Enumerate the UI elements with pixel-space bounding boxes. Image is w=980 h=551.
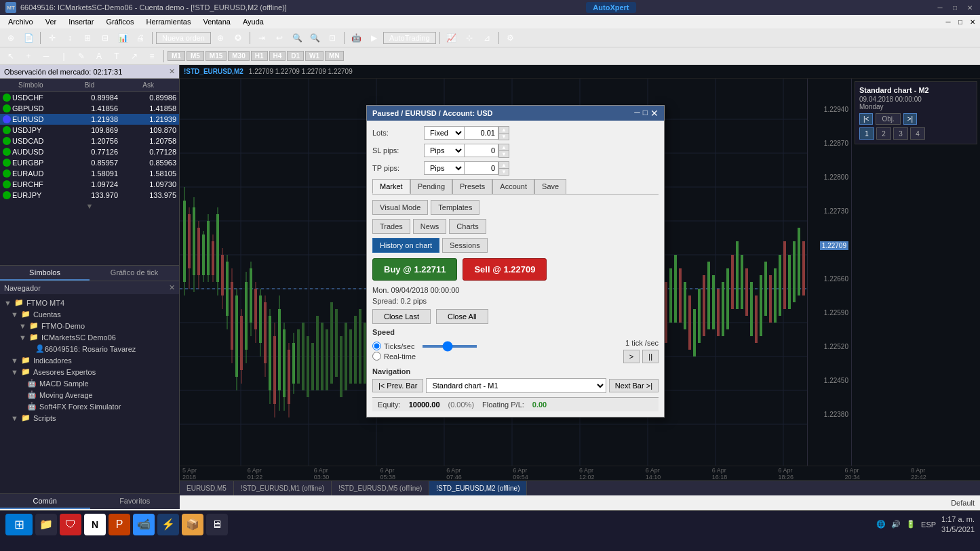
tab-comun[interactable]: Común: [0, 494, 90, 495]
extra-btn[interactable]: ⚙: [503, 30, 519, 45]
pen-btn[interactable]: ✎: [73, 49, 90, 64]
list-item[interactable]: USDCHF 0.89984 0.89986: [0, 92, 179, 103]
list-item[interactable]: EURJPY 133.970 133.975: [0, 190, 179, 201]
start-button[interactable]: ⊞: [5, 514, 33, 535]
cursor-btn[interactable]: ↖: [3, 49, 19, 64]
visual-mode-button[interactable]: Visual Mode: [372, 200, 428, 215]
prev-bar-button[interactable]: |< Prev. Bar: [372, 379, 423, 392]
list-item[interactable]: USDJPY 109.869 109.870: [0, 125, 179, 136]
taskbar-powerpoint[interactable]: P: [109, 514, 130, 535]
tp-dropdown[interactable]: Pips: [424, 161, 465, 175]
templates-button[interactable]: Templates: [431, 200, 479, 215]
zoom-out-btn[interactable]: ⊟: [97, 30, 113, 45]
minimize-button[interactable]: ─: [935, 3, 945, 12]
sl-down[interactable]: ▼: [498, 151, 509, 158]
buy-btn[interactable]: ⊕: [212, 30, 229, 45]
menu-herramientas[interactable]: Herramientas: [140, 16, 196, 27]
new-btn[interactable]: ⊕: [3, 30, 19, 45]
tab-presets[interactable]: Presets: [452, 179, 492, 194]
arrow-btn[interactable]: ↗: [126, 49, 142, 64]
ticks-radio[interactable]: [372, 342, 381, 350]
tab-eurusd-m5[interactable]: EURUSD,M5: [180, 481, 234, 495]
max-btn2[interactable]: □: [956, 17, 965, 26]
tab-std-eurusd-m1[interactable]: !STD_EURUSD,M1 (offline): [234, 481, 332, 495]
sell-btn[interactable]: ✪: [230, 30, 246, 45]
tf-h4[interactable]: H4: [269, 51, 286, 61]
navigator-close[interactable]: ✕: [169, 283, 175, 292]
nav-item[interactable]: ▶ 👤 66049516: Rosario Tavarez: [0, 343, 179, 354]
tab-favoritos[interactable]: Favoritos: [90, 494, 180, 495]
menu-archivo[interactable]: Archivo: [3, 16, 39, 27]
taskbar-mt4[interactable]: ⚡: [157, 514, 179, 535]
list-item[interactable]: EURCHF 1.09724 1.09730: [0, 179, 179, 190]
list-item[interactable]: GBPUSD 1.41856 1.41858: [0, 103, 179, 114]
zoom-out2-btn[interactable]: 🔍: [307, 30, 323, 45]
tf-mn[interactable]: MN: [325, 51, 344, 61]
menu-insertar[interactable]: Insertar: [63, 16, 99, 27]
charts-button[interactable]: Charts: [449, 219, 486, 234]
tf-h1[interactable]: H1: [251, 51, 268, 61]
tp-down[interactable]: ▼: [498, 169, 509, 176]
nav-item[interactable]: ▼ 📁 Cuentas: [0, 308, 179, 320]
obs-close[interactable]: ✕: [169, 67, 175, 76]
text-btn[interactable]: A: [91, 49, 107, 64]
print-btn[interactable]: 🖨: [132, 30, 149, 45]
close-button[interactable]: ✕: [965, 3, 975, 12]
dialog-maximize[interactable]: □: [643, 108, 648, 119]
lots-input[interactable]: [465, 126, 498, 140]
autotrading-button[interactable]: AutoTrading: [383, 32, 436, 44]
scroll-btn[interactable]: ↕: [62, 30, 78, 45]
list-item[interactable]: USDCAD 1.20756 1.20758: [0, 136, 179, 146]
news-button[interactable]: News: [413, 219, 447, 234]
channel-btn[interactable]: ≡: [144, 49, 160, 64]
crosshair2-btn[interactable]: +: [20, 49, 37, 64]
menu-ayuda[interactable]: Ayuda: [237, 16, 269, 27]
tf-m15[interactable]: M15: [205, 51, 227, 61]
realtime-radio[interactable]: [372, 352, 381, 361]
chart-btn[interactable]: 📊: [115, 30, 131, 45]
trades-button[interactable]: Trades: [372, 219, 410, 234]
lots-dropdown[interactable]: Fixed: [424, 126, 465, 140]
auto-scroll-btn[interactable]: ↩: [271, 30, 288, 45]
list-item[interactable]: EURUSD 1.21938 1.21939: [0, 114, 179, 125]
indicator-btn[interactable]: 📈: [444, 30, 460, 45]
menu-ventana[interactable]: Ventana: [198, 16, 236, 27]
sl-input[interactable]: [465, 144, 498, 157]
tf-w1[interactable]: W1: [305, 51, 324, 61]
sl-dropdown[interactable]: Pips: [424, 144, 465, 157]
tab-std-eurusd-m2[interactable]: !STD_EURUSD,M2 (offline): [429, 481, 527, 495]
tp-up[interactable]: ▲: [498, 161, 509, 169]
menu-ver[interactable]: Ver: [40, 16, 62, 27]
crosshair-btn[interactable]: ✛: [44, 30, 60, 45]
taskbar-zoom[interactable]: 📹: [133, 514, 155, 535]
speed-slider[interactable]: [423, 345, 477, 348]
tab-pending[interactable]: Pending: [410, 179, 452, 194]
tab-market[interactable]: Market: [372, 179, 410, 194]
dialog-minimize[interactable]: ─: [634, 108, 640, 119]
tf-d1[interactable]: D1: [287, 51, 304, 61]
nav-item[interactable]: ▼ 📁 FTMO-Demo: [0, 320, 179, 331]
zoom-in-btn[interactable]: ⊞: [79, 30, 96, 45]
period2-btn[interactable]: ⊿: [479, 30, 495, 45]
label-btn[interactable]: T: [109, 49, 125, 64]
tp-input[interactable]: [465, 161, 498, 175]
period-btn[interactable]: ⊹: [461, 30, 477, 45]
min-btn2[interactable]: ─: [943, 17, 953, 26]
expert-btn[interactable]: 🤖: [348, 30, 364, 45]
taskbar-other1[interactable]: 📦: [182, 514, 203, 535]
line-btn[interactable]: ─: [38, 49, 54, 64]
nav-item[interactable]: ▶ 🤖 Moving Average: [0, 389, 179, 401]
speed-pause-button[interactable]: ||: [642, 350, 659, 363]
tab-account[interactable]: Account: [492, 179, 534, 194]
history-on-chart-button[interactable]: History on chart: [372, 238, 439, 253]
zoom-in2-btn[interactable]: 🔍: [289, 30, 305, 45]
script-btn[interactable]: ▶: [366, 30, 382, 45]
close-last-button[interactable]: Close Last: [372, 309, 431, 324]
chart-select[interactable]: Standard chart - M1: [426, 378, 606, 393]
nav-item[interactable]: ▶ 🤖 Soft4FX Forex Simulator: [0, 401, 179, 412]
tf-m1[interactable]: M1: [168, 51, 185, 61]
num-btn-1[interactable]: 1: [859, 127, 874, 140]
taskbar-notion[interactable]: N: [84, 514, 106, 535]
maximize-button[interactable]: □: [950, 3, 960, 12]
nav-item[interactable]: ▼ 📁 Indicadores: [0, 354, 179, 366]
